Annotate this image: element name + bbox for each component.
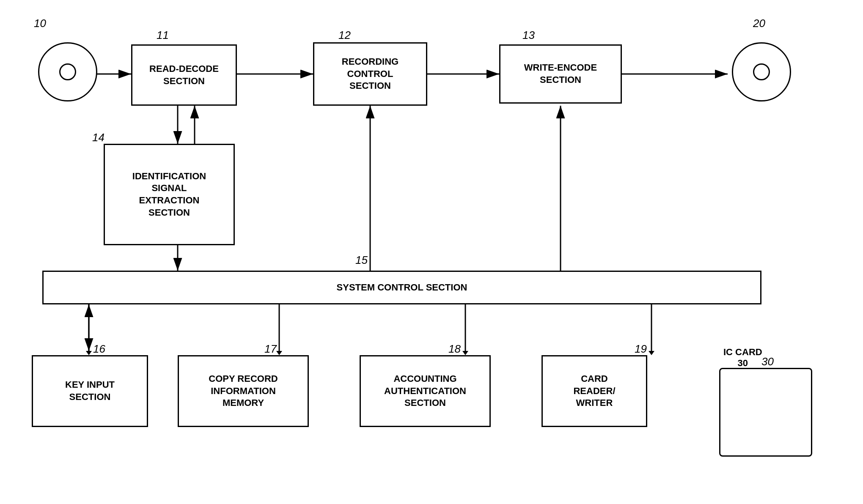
write-encode-block: WRITE-ENCODESECTION: [499, 44, 622, 104]
card-reader-label: CARDREADER/WRITER: [573, 373, 615, 409]
write-encode-label: WRITE-ENCODESECTION: [524, 62, 597, 86]
svg-marker-25: [649, 351, 654, 355]
diagram-container: 10 20 11 12 13 14 15 16 17 18 19 READ-DE…: [0, 0, 863, 504]
ic-card-block: [719, 368, 812, 457]
ic-card-text: IC CARD30: [723, 347, 762, 369]
label-18: 18: [448, 342, 461, 356]
label-14: 14: [92, 131, 104, 144]
reel-right: [732, 42, 791, 101]
identification-block: IDENTIFICATIONSIGNALEXTRACTIONSECTION: [104, 144, 235, 245]
key-input-label: KEY INPUTSECTION: [65, 379, 115, 403]
label-10: 10: [34, 17, 46, 30]
system-control-label: SYSTEM CONTROL SECTION: [337, 282, 467, 294]
system-control-block: SYSTEM CONTROL SECTION: [42, 271, 761, 304]
label-12: 12: [338, 29, 351, 42]
accounting-label: ACCOUNTINGAUTHENTICATIONSECTION: [384, 373, 466, 409]
reel-left: [38, 42, 97, 101]
read-decode-block: READ-DECODESECTION: [131, 44, 237, 106]
svg-marker-19: [276, 351, 282, 355]
label-19: 19: [635, 342, 647, 356]
reel-right-inner: [753, 63, 770, 80]
identification-label: IDENTIFICATIONSIGNALEXTRACTIONSECTION: [132, 170, 206, 219]
label-16: 16: [93, 342, 105, 356]
svg-marker-22: [462, 351, 468, 355]
card-reader-block: CARDREADER/WRITER: [541, 355, 647, 427]
read-decode-label: READ-DECODESECTION: [149, 63, 219, 87]
label-11: 11: [157, 29, 169, 42]
reel-left-inner: [59, 63, 76, 80]
copy-record-block: COPY RECORDINFORMATIONMEMORY: [178, 355, 309, 427]
key-input-block: KEY INPUTSECTION: [32, 355, 148, 427]
label-13: 13: [522, 29, 535, 42]
label-17: 17: [264, 342, 277, 356]
recording-control-block: RECORDINGCONTROLSECTION: [313, 42, 427, 106]
label-15: 15: [355, 254, 368, 267]
svg-marker-16: [86, 351, 92, 355]
recording-control-label: RECORDINGCONTROLSECTION: [342, 56, 399, 92]
label-30: 30: [761, 355, 774, 368]
label-20: 20: [753, 17, 765, 30]
accounting-block: ACCOUNTINGAUTHENTICATIONSECTION: [360, 355, 491, 427]
copy-record-label: COPY RECORDINFORMATIONMEMORY: [209, 373, 278, 409]
